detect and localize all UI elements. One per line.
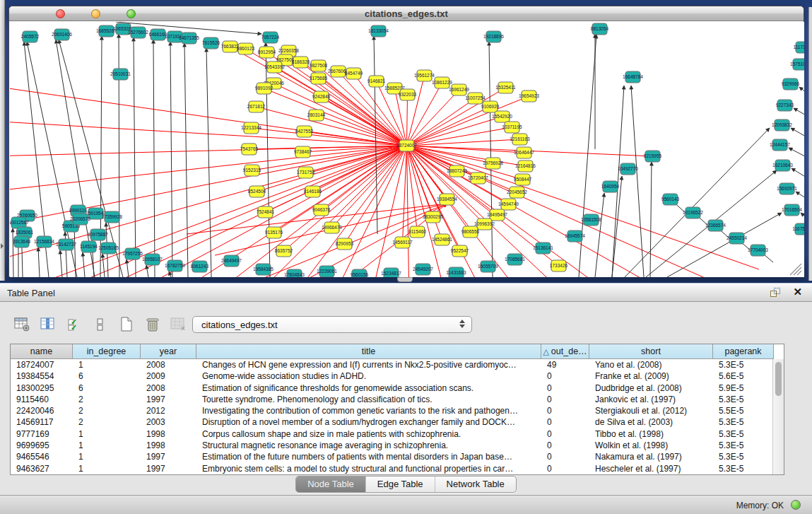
graph-edge[interactable] xyxy=(10,146,407,227)
graph-node[interactable]: 11431683 xyxy=(446,267,466,277)
graph-node[interactable]: 17016504 xyxy=(782,204,802,216)
graph-node[interactable]: 9152315 xyxy=(243,165,261,176)
graph-node[interactable]: 19218896 xyxy=(483,31,504,42)
graph-node[interactable]: 18300295 xyxy=(423,211,443,223)
graph-node[interactable]: 11171654 xyxy=(794,42,804,53)
graph-node[interactable]: 8186328 xyxy=(292,57,310,68)
graph-edge[interactable] xyxy=(313,146,407,192)
graph-edge[interactable] xyxy=(407,107,490,146)
graph-node[interactable]: 16782759 xyxy=(165,260,185,271)
graph-node[interactable]: 9146821 xyxy=(367,76,386,87)
graph-edge[interactable] xyxy=(796,192,804,204)
graph-node[interactable]: 20206576 xyxy=(70,214,90,225)
table-row[interactable]: 1872400712008Changes of HCN gene express… xyxy=(11,359,772,370)
graph-node[interactable]: 15542920 xyxy=(492,111,512,122)
table-row[interactable]: 946362711997Embryonic stem cells: a mode… xyxy=(11,463,772,474)
graph-node[interactable]: 10975887 xyxy=(88,229,108,240)
graph-node[interactable]: 17804843 xyxy=(284,269,305,277)
graph-node[interactable]: 15325411 xyxy=(495,82,516,93)
graph-node[interactable]: 1640954 xyxy=(601,181,620,192)
graph-node[interactable]: 12213344 xyxy=(241,122,261,134)
collapsed-control-panel[interactable] xyxy=(0,0,5,281)
graph-node[interactable]: 2803144 xyxy=(307,110,326,121)
graph-node[interactable]: 10371195 xyxy=(502,122,522,133)
graph-node[interactable]: 3913648 xyxy=(13,236,31,247)
graph-node[interactable]: 17359928 xyxy=(102,211,122,223)
column-header-pagerank[interactable]: pagerank xyxy=(713,344,774,359)
graph-node[interactable]: 3175685 xyxy=(310,73,328,84)
graph-node[interactable]: 20691406 xyxy=(52,29,72,40)
graph-node[interactable]: 14569117 xyxy=(392,237,413,248)
expand-panel-arrow-icon[interactable] xyxy=(1,243,4,249)
resize-grip-icon[interactable] xyxy=(794,267,801,275)
graph-node[interactable]: 1145194 xyxy=(80,241,98,252)
graph-node[interactable]: 9560156 xyxy=(351,269,369,277)
graph-node[interactable]: 24649497 xyxy=(221,255,242,267)
memory-status-indicator[interactable] xyxy=(791,500,801,510)
graph-node[interactable]: 9827508 xyxy=(310,60,328,71)
column-header-out_de[interactable]: △out_de… xyxy=(541,344,589,359)
graph-node[interactable]: 12505185 xyxy=(98,243,119,254)
graph-node[interactable]: 12239061 xyxy=(317,266,337,277)
graph-edge[interactable] xyxy=(650,162,652,277)
graph-edge[interactable] xyxy=(184,43,188,277)
table-row[interactable]: 977716911998Corpus callosum shape and si… xyxy=(11,428,772,440)
graph-node[interactable]: 16210643 xyxy=(772,160,793,171)
graph-node[interactable]: 19756928 xyxy=(483,158,503,169)
graph-node[interactable]: 9522547 xyxy=(451,245,469,257)
column-header-name[interactable]: name xyxy=(11,344,73,359)
graph-edge[interactable] xyxy=(102,254,105,277)
graph-node[interactable]: 7524841 xyxy=(257,206,275,218)
table-row[interactable]: 969969511998Structural magnetic resonanc… xyxy=(11,440,772,451)
graph-edge[interactable] xyxy=(13,228,13,277)
graph-node[interactable]: 7615526 xyxy=(202,37,220,49)
graph-node[interactable]: 8635752 xyxy=(275,245,293,257)
graph-node[interactable]: 12444157 xyxy=(770,139,790,151)
table-row[interactable]: 1830029562008Estimation of significance … xyxy=(11,382,772,394)
clear-selection-button[interactable] xyxy=(88,314,112,335)
graph-node[interactable]: 8215955 xyxy=(644,151,662,162)
graph-node[interactable]: 22045652 xyxy=(507,187,527,198)
table-mode-button[interactable] xyxy=(10,314,34,335)
graph-node[interactable]: 8912954 xyxy=(258,47,276,58)
graph-edge[interactable] xyxy=(74,225,76,277)
graph-node[interactable]: 16961249 xyxy=(449,84,469,95)
column-header-short[interactable]: short xyxy=(589,344,713,359)
table-row[interactable]: 2242004622012Investigating the contribut… xyxy=(11,405,772,416)
table-row[interactable]: 1938455462009Genome-wide association stu… xyxy=(11,370,772,382)
graph-node[interactable]: 15234817 xyxy=(381,268,401,277)
graph-edge[interactable] xyxy=(407,95,408,146)
column-header-in_degree[interactable]: in_degree xyxy=(73,344,141,359)
graph-node[interactable]: 15136141 xyxy=(533,243,553,254)
graph-edge[interactable] xyxy=(789,148,804,162)
float-panel-icon[interactable] xyxy=(770,288,781,298)
scrollbar-thumb[interactable] xyxy=(775,362,782,396)
graph-node[interactable]: 12161163 xyxy=(510,134,530,145)
graph-node[interactable]: 8146186 xyxy=(304,186,322,197)
graph-node[interactable]: 9242848 xyxy=(312,91,331,103)
graph-edge[interactable] xyxy=(252,128,407,146)
graph-edge[interactable] xyxy=(792,168,804,183)
graph-node[interactable]: 8427552 xyxy=(295,126,314,137)
graph-edge[interactable] xyxy=(407,146,485,224)
graph-node[interactable]: 11007254 xyxy=(465,93,486,104)
graph-edge[interactable] xyxy=(134,37,136,277)
graph-node[interactable]: 19384554 xyxy=(437,194,457,205)
graph-node[interactable]: 16945574 xyxy=(565,230,585,242)
graph-node[interactable]: 8061243 xyxy=(191,261,209,272)
graph-node[interactable]: 10958107 xyxy=(142,254,163,265)
graph-node[interactable]: 9227343 xyxy=(776,100,794,111)
graph-edge[interactable] xyxy=(293,146,407,277)
graph-node[interactable]: 18133054 xyxy=(368,25,389,37)
network-canvas[interactable]: 1872400776638229860123891295422260358982… xyxy=(10,22,804,277)
graph-node[interactable]: 12156834 xyxy=(34,236,54,247)
graph-node[interactable]: 9860123 xyxy=(237,43,255,54)
graph-node[interactable]: 2671812 xyxy=(247,101,266,112)
graph-node[interactable]: 1731753 xyxy=(297,167,315,178)
graph-node[interactable]: 10646447 xyxy=(514,147,534,158)
graph-node[interactable]: 17704003 xyxy=(748,245,768,256)
tab-node-table[interactable]: Node Table xyxy=(296,477,366,492)
graph-node[interactable]: 10492770 xyxy=(618,163,638,175)
graph-edge[interactable] xyxy=(625,128,770,277)
graph-edge[interactable] xyxy=(153,40,155,277)
